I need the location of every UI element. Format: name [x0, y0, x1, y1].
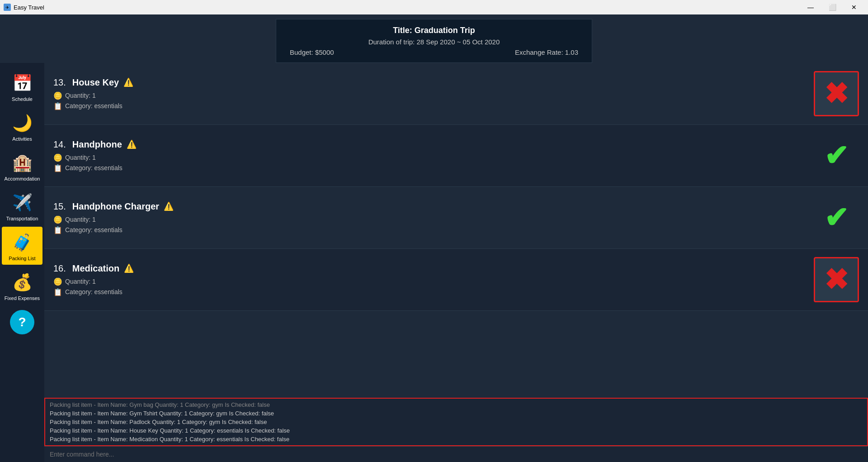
check-tick-icon: ✔: [824, 141, 849, 170]
item-info: 16. Medication ⚠️ 🪙 Quantity: 1 📋 Catego…: [53, 263, 814, 296]
accommodation-icon: 🏨: [10, 151, 34, 175]
main-layout: 📅 Schedule 🌙 Activities 🏨 Accommodation …: [0, 63, 868, 462]
category-row: 📋 Category: essentials: [53, 288, 814, 296]
item-number: 14.: [53, 139, 66, 150]
fixed-expenses-icon: 💰: [10, 270, 34, 295]
log-line: Packing list item - Item Name: House Key…: [50, 426, 863, 435]
check-button[interactable]: ✖: [814, 71, 859, 116]
category-row: 📋 Category: essentials: [53, 102, 814, 110]
sidebar-label-fixed-expenses: Fixed Expenses: [5, 295, 40, 301]
category-icon: 📋: [53, 226, 62, 234]
transportation-icon: ✈️: [10, 191, 34, 215]
check-tick-icon: ✔: [824, 203, 849, 232]
maximize-button[interactable]: ⬜: [822, 0, 843, 14]
sidebar-item-accommodation[interactable]: 🏨 Accommodation: [2, 147, 42, 185]
log-line: Packing list item - Item Name: Medicatio…: [50, 435, 863, 443]
item-name: 14. Handphone ⚠️: [53, 139, 814, 150]
item-details: 🪙 Quantity: 1 📋 Category: essentials: [53, 153, 814, 172]
warning-icon: ⚠️: [127, 139, 137, 149]
packing-item: 13. House Key ⚠️ 🪙 Quantity: 1 📋 Categor…: [44, 63, 868, 125]
sidebar-item-activities[interactable]: 🌙 Activities: [2, 107, 42, 145]
category-row: 📋 Category: essentials: [53, 164, 814, 172]
category-row: 📋 Category: essentials: [53, 226, 814, 234]
category-icon: 📋: [53, 164, 62, 172]
quantity-icon: 🪙: [53, 215, 62, 224]
item-number: 16.: [53, 263, 66, 274]
sidebar-item-schedule[interactable]: 📅 Schedule: [2, 67, 42, 105]
schedule-icon: 📅: [10, 71, 34, 95]
check-button[interactable]: ✖: [814, 257, 859, 302]
log-line: Packing list item - Item Name: Gym bag Q…: [50, 400, 863, 409]
packing-item: 15. Handphone Charger ⚠️ 🪙 Quantity: 1 📋…: [44, 187, 868, 249]
warning-icon: ⚠️: [124, 263, 134, 273]
quantity-icon: 🪙: [53, 153, 62, 162]
title-bar: ✈ Easy Travel — ⬜ ✕: [0, 0, 868, 14]
warning-icon: ⚠️: [123, 77, 133, 87]
activities-icon: 🌙: [10, 111, 34, 135]
quantity-value: Quantity: 1: [65, 92, 96, 99]
log-area: Packing list item - Item Name: Gym bag Q…: [44, 398, 868, 446]
sidebar-label-packing-list: Packing List: [9, 256, 35, 261]
help-button[interactable]: ?: [10, 310, 34, 334]
sidebar-label-accommodation: Accommodation: [5, 176, 40, 181]
sidebar-label-transportation: Transportation: [6, 216, 38, 221]
minimize-button[interactable]: —: [800, 0, 821, 14]
quantity-row: 🪙 Quantity: 1: [53, 277, 814, 286]
warning-icon: ⚠️: [164, 201, 174, 211]
log-line: Packing list item - Item Name: Gym Tshir…: [50, 409, 863, 418]
quantity-row: 🪙 Quantity: 1: [53, 91, 814, 100]
title-bar-left: ✈ Easy Travel: [4, 4, 44, 11]
content-area: 13. House Key ⚠️ 🪙 Quantity: 1 📋 Categor…: [44, 63, 868, 462]
app-icon: ✈: [4, 4, 11, 11]
quantity-row: 🪙 Quantity: 1: [53, 153, 814, 162]
category-value: Category: essentials: [65, 102, 123, 110]
item-title: Handphone: [72, 139, 122, 150]
category-value: Category: essentials: [65, 288, 123, 295]
item-name: 15. Handphone Charger ⚠️: [53, 201, 814, 212]
sidebar-item-fixed-expenses[interactable]: 💰 Fixed Expenses: [2, 267, 42, 305]
quantity-value: Quantity: 1: [65, 216, 96, 223]
category-icon: 📋: [53, 288, 62, 296]
item-details: 🪙 Quantity: 1 📋 Category: essentials: [53, 215, 814, 234]
packing-item: 16. Medication ⚠️ 🪙 Quantity: 1 📋 Catego…: [44, 249, 868, 311]
title-bar-controls: — ⬜ ✕: [800, 0, 864, 14]
check-button[interactable]: ✔: [814, 195, 859, 240]
packing-list-icon: 🧳: [10, 230, 34, 255]
command-bar: [44, 446, 868, 462]
item-title: House Key: [72, 77, 119, 88]
quantity-row: 🪙 Quantity: 1: [53, 215, 814, 224]
log-line: Packing list item - Item Name: Padlock Q…: [50, 418, 863, 426]
app-wrapper: Title: Graduation Trip Duration of trip:…: [0, 14, 868, 462]
sidebar-item-transportation[interactable]: ✈️ Transportation: [2, 187, 42, 225]
item-name: 13. House Key ⚠️: [53, 77, 814, 88]
item-number: 13.: [53, 77, 66, 88]
item-name: 16. Medication ⚠️: [53, 263, 814, 274]
quantity-value: Quantity: 1: [65, 278, 96, 285]
quantity-icon: 🪙: [53, 91, 62, 100]
item-number: 15.: [53, 201, 66, 212]
category-icon: 📋: [53, 102, 62, 110]
sidebar: 📅 Schedule 🌙 Activities 🏨 Accommodation …: [0, 63, 44, 462]
quantity-value: Quantity: 1: [65, 154, 96, 161]
trip-duration: Duration of trip: 28 Sep 2020 ~ 05 Oct 2…: [290, 38, 578, 46]
check-x-icon: ✖: [824, 79, 849, 108]
sidebar-label-schedule: Schedule: [12, 96, 33, 102]
quantity-icon: 🪙: [53, 277, 62, 286]
trip-title: Title: Graduation Trip: [290, 26, 578, 35]
command-input[interactable]: [50, 451, 863, 458]
check-x-icon: ✖: [824, 265, 849, 294]
budget: Budget: $5000: [290, 48, 334, 56]
check-button[interactable]: ✔: [814, 133, 859, 178]
sidebar-label-activities: Activities: [12, 136, 32, 142]
close-button[interactable]: ✕: [844, 0, 864, 14]
items-list: 13. House Key ⚠️ 🪙 Quantity: 1 📋 Categor…: [44, 63, 868, 396]
sidebar-item-packing-list[interactable]: 🧳 Packing List: [2, 227, 42, 265]
item-details: 🪙 Quantity: 1 📋 Category: essentials: [53, 91, 814, 110]
item-info: 14. Handphone ⚠️ 🪙 Quantity: 1 📋 Categor…: [53, 139, 814, 172]
app-title: Easy Travel: [14, 4, 44, 11]
exchange-rate: Exchange Rate: 1.03: [515, 48, 578, 56]
item-info: 13. House Key ⚠️ 🪙 Quantity: 1 📋 Categor…: [53, 77, 814, 110]
item-title: Handphone Charger: [72, 201, 159, 212]
item-title: Medication: [72, 263, 119, 274]
item-info: 15. Handphone Charger ⚠️ 🪙 Quantity: 1 📋…: [53, 201, 814, 234]
